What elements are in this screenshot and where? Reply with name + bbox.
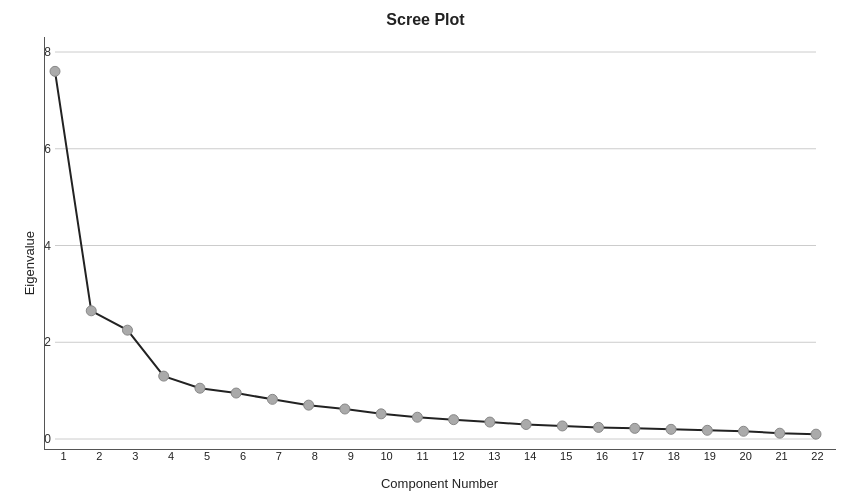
svg-text:0: 0: [44, 432, 51, 446]
svg-text:8: 8: [44, 45, 51, 59]
x-tick-label: 21: [764, 450, 800, 474]
svg-point-30: [774, 428, 784, 438]
svg-point-18: [339, 404, 349, 414]
x-axis-title: Component Number: [44, 476, 836, 491]
chart-container: Scree Plot Eigenvalue 02468 123456789101…: [16, 11, 836, 491]
svg-point-29: [738, 426, 748, 436]
svg-point-17: [303, 400, 313, 410]
x-tick-label: 7: [261, 450, 297, 474]
svg-point-22: [484, 417, 494, 427]
x-tick-label: 4: [153, 450, 189, 474]
svg-point-13: [158, 371, 168, 381]
x-axis-labels: 12345678910111213141516171819202122: [44, 450, 836, 474]
x-tick-label: 13: [476, 450, 512, 474]
svg-point-14: [194, 383, 204, 393]
svg-point-28: [702, 425, 712, 435]
x-tick-label: 9: [333, 450, 369, 474]
svg-point-20: [412, 412, 422, 422]
x-tick-label: 17: [620, 450, 656, 474]
y-axis-label: Eigenvalue: [16, 37, 44, 491]
chart-title: Scree Plot: [386, 11, 464, 29]
x-tick-label: 15: [548, 450, 584, 474]
svg-point-25: [593, 422, 603, 432]
x-tick-label: 12: [440, 450, 476, 474]
svg-point-23: [521, 419, 531, 429]
x-tick-label: 16: [584, 450, 620, 474]
svg-point-31: [811, 429, 821, 439]
svg-text:2: 2: [44, 335, 51, 349]
svg-point-16: [267, 394, 277, 404]
x-tick-label: 22: [800, 450, 836, 474]
svg-point-27: [666, 424, 676, 434]
x-tick-label: 19: [692, 450, 728, 474]
x-tick-label: 8: [297, 450, 333, 474]
x-tick-label: 11: [405, 450, 441, 474]
svg-text:4: 4: [44, 238, 51, 252]
svg-point-21: [448, 414, 458, 424]
x-tick-label: 20: [728, 450, 764, 474]
svg-point-10: [50, 66, 60, 76]
svg-text:6: 6: [44, 141, 51, 155]
svg-point-15: [231, 388, 241, 398]
plot-area: 02468: [44, 37, 836, 450]
x-tick-label: 2: [81, 450, 117, 474]
x-tick-label: 14: [512, 450, 548, 474]
svg-point-11: [86, 305, 96, 315]
svg-point-26: [629, 423, 639, 433]
svg-point-12: [122, 325, 132, 335]
x-tick-label: 3: [117, 450, 153, 474]
x-tick-label: 10: [369, 450, 405, 474]
x-tick-label: 6: [225, 450, 261, 474]
x-tick-label: 5: [189, 450, 225, 474]
chart-svg: 02468: [45, 37, 836, 449]
x-tick-label: 18: [656, 450, 692, 474]
x-tick-label: 1: [46, 450, 82, 474]
svg-point-19: [376, 408, 386, 418]
svg-point-24: [557, 420, 567, 430]
